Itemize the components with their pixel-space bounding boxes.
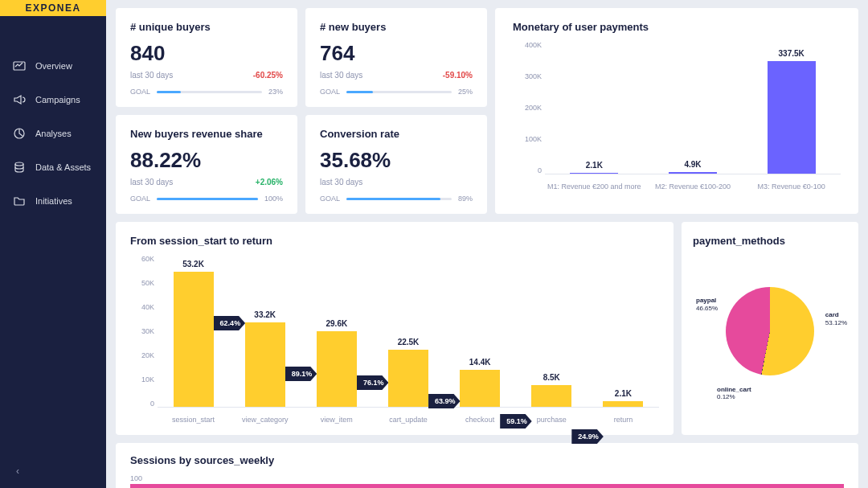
sidebar-item-initiatives[interactable]: Initiatives bbox=[0, 195, 106, 207]
step-pct: 63.9% bbox=[428, 394, 461, 408]
pie-chart: paypal46.65% card53.12% online_cart0.12% bbox=[693, 255, 847, 408]
bar bbox=[388, 350, 428, 407]
kpi-value: 840 bbox=[130, 41, 283, 66]
pie bbox=[726, 287, 814, 375]
y-tick: 30K bbox=[130, 327, 154, 335]
y-tick: 60K bbox=[130, 255, 154, 263]
bar bbox=[245, 322, 285, 407]
bar-value: 53.2K bbox=[182, 260, 204, 269]
sessions-bar bbox=[130, 484, 844, 488]
payment-methods-card: payment_methods paypal46.65% card53.12% … bbox=[682, 222, 858, 435]
x-label: view_category bbox=[229, 416, 301, 424]
nav-list: Overview Campaigns Analyses Data & Asset… bbox=[0, 16, 106, 207]
bar bbox=[603, 401, 643, 407]
kpi-new-buyers: # new buyers 764 last 30 days-59.10% GOA… bbox=[305, 8, 487, 107]
y-tick: 100 bbox=[130, 474, 844, 482]
y-tick: 400K bbox=[513, 41, 542, 49]
y-tick: 10K bbox=[130, 375, 154, 383]
overview-icon bbox=[13, 59, 26, 72]
pie-label: card bbox=[825, 311, 839, 318]
bar-value: 22.5K bbox=[398, 338, 420, 347]
analyses-icon bbox=[13, 127, 26, 140]
kpi-delta: -59.10% bbox=[443, 71, 473, 80]
bar bbox=[570, 173, 618, 174]
brand-logo: EXPONEA bbox=[0, 0, 106, 16]
chart-title: Sessions by sources_weekly bbox=[130, 454, 844, 466]
kpi-period: last 30 days bbox=[130, 71, 173, 80]
kpi-title: # new buyers bbox=[320, 21, 473, 33]
step-pct: 76.1% bbox=[357, 375, 389, 390]
y-tick: 0 bbox=[130, 400, 154, 408]
sessions-card: Sessions by sources_weekly 100 bbox=[116, 443, 858, 488]
chart-title: payment_methods bbox=[693, 235, 847, 247]
kpi-value: 35.68% bbox=[320, 148, 473, 173]
step-pct: 24.9% bbox=[571, 429, 604, 444]
kpi-title: Conversion rate bbox=[320, 128, 473, 140]
bar-value: 14.4K bbox=[469, 358, 491, 367]
pie-label: online_cart bbox=[717, 386, 751, 393]
goal-pct: 100% bbox=[264, 195, 283, 203]
pie-pct: 0.12% bbox=[717, 393, 735, 400]
database-icon bbox=[13, 161, 26, 174]
kpi-value: 88.22% bbox=[130, 148, 283, 173]
goal-pct: 23% bbox=[268, 88, 283, 96]
goal-label: GOAL bbox=[130, 195, 150, 203]
kpi-conversion-rate: Conversion rate 35.68% last 30 days GOAL… bbox=[305, 115, 487, 214]
bar-value: 4.9K bbox=[684, 160, 701, 169]
x-label: M1: Revenue €200 and more bbox=[546, 182, 642, 192]
sidebar-item-label: Campaigns bbox=[35, 95, 80, 105]
y-tick: 300K bbox=[513, 72, 542, 80]
x-label: M2: Revenue €100-200 bbox=[645, 182, 741, 192]
main-content: # unique buyers 840 last 30 days-60.25% … bbox=[106, 0, 868, 488]
bar bbox=[669, 172, 717, 174]
goal-label: GOAL bbox=[320, 88, 340, 96]
chart-title: From session_start to return bbox=[130, 235, 659, 247]
bar-value: 2.1K bbox=[615, 389, 632, 398]
x-label: cart_update bbox=[372, 416, 444, 424]
y-tick: 200K bbox=[513, 104, 542, 112]
x-label: M3: Revenue €0-100 bbox=[743, 182, 840, 192]
x-label: view_item bbox=[301, 416, 372, 424]
kpi-period: last 30 days bbox=[130, 178, 173, 187]
y-tick: 20K bbox=[130, 351, 154, 359]
x-label: return bbox=[588, 416, 659, 424]
monetary-chart: 400K 300K 200K 100K 0 2.1K 4.9K 337.5K M… bbox=[545, 41, 841, 191]
kpi-revenue-share: New buyers revenue share 88.22% last 30 … bbox=[116, 115, 297, 214]
y-tick: 100K bbox=[513, 135, 542, 143]
bar bbox=[531, 385, 571, 407]
folder-icon bbox=[13, 195, 26, 207]
pie-pct: 46.65% bbox=[696, 305, 718, 312]
pie-label: paypal bbox=[696, 297, 716, 304]
collapse-sidebar-button[interactable]: ‹ bbox=[16, 465, 19, 477]
sidebar-item-analyses[interactable]: Analyses bbox=[0, 127, 106, 140]
sidebar-item-overview[interactable]: Overview bbox=[0, 59, 106, 72]
sidebar-item-data-assets[interactable]: Data & Assets bbox=[0, 161, 106, 174]
goal-pct: 25% bbox=[458, 88, 473, 96]
kpi-period: last 30 days bbox=[320, 71, 362, 80]
kpi-delta: +2.06% bbox=[256, 178, 283, 187]
y-tick: 0 bbox=[513, 166, 542, 174]
kpi-unique-buyers: # unique buyers 840 last 30 days-60.25% … bbox=[116, 8, 297, 107]
step-pct: 89.1% bbox=[285, 367, 317, 381]
bar bbox=[317, 331, 357, 407]
goal-label: GOAL bbox=[130, 88, 150, 96]
sidebar-item-label: Initiatives bbox=[35, 196, 72, 206]
funnel-chart: 60K 50K 40K 30K 20K 10K 0 53.2K62.4% 33.… bbox=[158, 255, 659, 424]
svg-point-2 bbox=[15, 162, 23, 166]
kpi-period: last 30 days bbox=[320, 178, 362, 187]
y-tick: 50K bbox=[130, 279, 154, 287]
step-pct: 62.4% bbox=[214, 316, 246, 330]
campaigns-icon bbox=[13, 93, 26, 106]
sidebar-item-label: Overview bbox=[35, 61, 72, 71]
sidebar-item-campaigns[interactable]: Campaigns bbox=[0, 93, 106, 106]
bar-value: 29.6K bbox=[326, 319, 348, 328]
bar-value: 2.1K bbox=[586, 161, 603, 170]
bar bbox=[460, 370, 500, 407]
y-tick: 40K bbox=[130, 303, 154, 311]
bar bbox=[768, 61, 816, 174]
sidebar-item-label: Analyses bbox=[35, 129, 72, 138]
kpi-value: 764 bbox=[320, 41, 473, 66]
kpi-delta: -60.25% bbox=[253, 71, 283, 80]
sidebar-item-label: Data & Assets bbox=[35, 162, 91, 172]
bar-value: 8.5K bbox=[543, 373, 560, 382]
